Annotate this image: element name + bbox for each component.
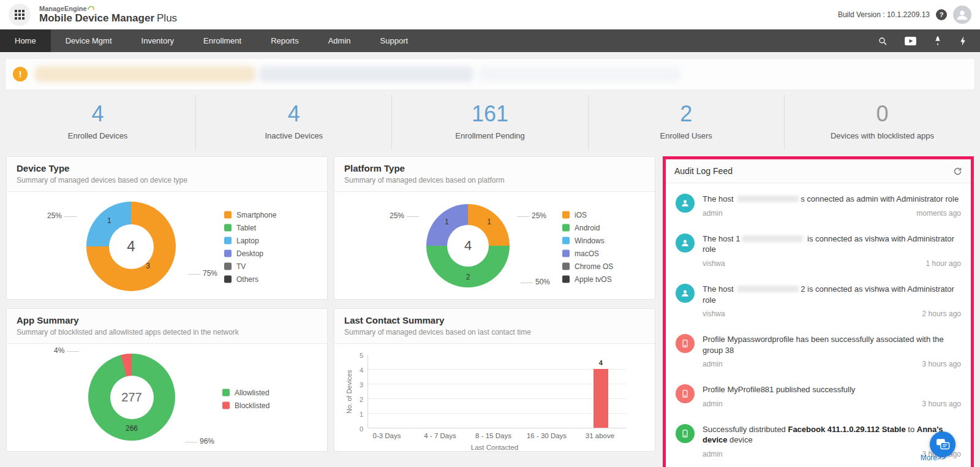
nav-item-home[interactable]: Home (0, 29, 51, 52)
stat-inactive-devices[interactable]: 4Inactive Devices (196, 95, 392, 150)
plot-area: 4 (368, 355, 627, 428)
redacted-text (742, 235, 803, 242)
card-title: Last Contact Summary (344, 315, 645, 325)
slice-value-label: 1 (445, 218, 449, 226)
audit-entry: Profile Mypasswordprofile has been succe… (676, 326, 961, 376)
redacted-alert-text (259, 66, 473, 82)
y-axis-ticks: 012345 (353, 355, 368, 428)
platform-type-legend: iOSAndroidWindowsmacOSChrome OSApple tvO… (562, 211, 613, 284)
card-title: App Summary (17, 315, 317, 325)
legend-color-box (562, 224, 570, 232)
device-type-legend: SmartphoneTabletLaptopDesktopTVOthers (224, 211, 276, 284)
percent-callout: 50% (521, 278, 550, 286)
card-subtitle: Summary of managed devices based on devi… (17, 176, 317, 184)
slice-value-label: 1 (107, 216, 111, 225)
bar-value-label: 4 (599, 359, 603, 366)
nav-item-admin[interactable]: Admin (314, 29, 366, 52)
main-content: Device Type Summary of managed devices b… (0, 156, 980, 467)
audit-user: admin (703, 400, 723, 408)
stat-value: 2 (589, 101, 784, 126)
card-body: 425%75%13 SmartphoneTabletLaptopDesktopT… (7, 192, 327, 302)
stat-devices-with-blocklisted-apps[interactable]: 0Devices with blocklisted apps (785, 95, 980, 150)
audit-log-feed-card: Audit Log Feed The host s connected as a… (663, 156, 974, 467)
legend-label: Blocklisted (235, 401, 270, 410)
audit-user: admin (703, 209, 723, 218)
audit-log-title: Audit Log Feed (674, 166, 733, 176)
slice-value-label: 266 (126, 424, 138, 433)
audit-message: Profile MyProfile881 published successfu… (703, 384, 961, 395)
widgets-grid: Device Type Summary of managed devices b… (6, 156, 655, 452)
redacted-text (737, 286, 799, 292)
user-icon (676, 194, 695, 213)
app-launcher-button[interactable] (9, 4, 31, 26)
brand-name: ManageEngine (39, 5, 177, 12)
bar-column (368, 355, 420, 428)
bar-column: 4 (575, 355, 627, 428)
legend-color-box (222, 389, 230, 397)
video-icon[interactable] (905, 37, 916, 45)
stat-enrolled-devices[interactable]: 4Enrolled Devices (0, 95, 196, 150)
legend-color-box (562, 211, 570, 219)
app-icon (676, 424, 695, 443)
profile-icon (676, 384, 695, 403)
audit-time: 2 hours ago (922, 309, 961, 318)
x-tick-label: 0-3 Days (360, 432, 413, 439)
card-subtitle: Summary of blocklisted and allowlisted a… (17, 328, 317, 336)
slice-value-label: 1 (487, 218, 491, 226)
legend-label: Chrome OS (575, 262, 613, 271)
stat-enrollment-pending[interactable]: 161Enrollment Pending (392, 95, 588, 150)
device-type-card: Device Type Summary of managed devices b… (6, 156, 328, 300)
bar-column (420, 355, 471, 428)
slice-value-label: 2 (466, 273, 470, 281)
nav-item-support[interactable]: Support (366, 29, 423, 52)
last-contact-bar-chart: No. of Devices01234540-3 Days4 - 7 Days8… (334, 344, 655, 451)
legend-color-box (562, 276, 570, 283)
audit-message: The host 1 is connected as vishwa with A… (703, 234, 961, 255)
top-bar: ManageEngine Mobile Device ManagerPlus B… (0, 0, 980, 29)
audit-entry: Profile MyProfile881 published successfu… (676, 376, 961, 416)
brand-swirl-icon (88, 5, 94, 11)
legend-label: TV (236, 262, 246, 271)
legend-color-box (224, 263, 232, 270)
profile-icon (676, 334, 695, 353)
stat-enrolled-users[interactable]: 2Enrolled Users (589, 95, 785, 150)
percent-callout: 25% (390, 211, 419, 220)
legend-item: Apple tvOS (562, 275, 613, 284)
nav-item-inventory[interactable]: Inventory (127, 29, 189, 52)
legend-color-box (562, 263, 570, 270)
help-icon[interactable]: ? (936, 9, 947, 20)
legend-label: Smartphone (236, 211, 276, 219)
user-icon (676, 234, 695, 252)
legend-item: Blocklisted (222, 401, 270, 410)
legend-item: Others (224, 275, 276, 284)
card-body: 425%25%50%112 iOSAndroidWindowsmacOSChro… (334, 192, 655, 302)
stat-label: Enrolled Devices (0, 131, 195, 140)
legend-item: Windows (562, 237, 613, 245)
nav-item-device-mgmt[interactable]: Device Mgmt (51, 29, 127, 52)
nav-item-reports[interactable]: Reports (256, 29, 314, 52)
nav-item-enrollment[interactable]: Enrollment (189, 29, 256, 52)
audit-message: Profile Mypasswordprofile has been succe… (703, 334, 961, 355)
device-type-donut-chart: 425%75%13 (86, 202, 176, 291)
rocket-icon[interactable] (933, 36, 942, 46)
avatar[interactable] (953, 6, 971, 24)
x-tick-label: 16 - 30 Days (520, 432, 573, 439)
audit-user: vishwa (703, 259, 725, 268)
x-tick-label: 8 - 15 Days (467, 432, 520, 439)
card-header: Last Contact Summary Summary of managed … (334, 309, 655, 344)
percent-callout: 25% (47, 211, 77, 220)
build-version: Build Version : 10.1.2209.13 (838, 10, 930, 19)
audit-time: moments ago (916, 209, 961, 218)
chat-button[interactable] (930, 431, 956, 457)
user-icon (676, 284, 695, 303)
refresh-icon[interactable] (953, 167, 962, 176)
legend-item: Chrome OS (562, 262, 613, 271)
last-contact-card: Last Contact Summary Summary of managed … (334, 308, 655, 452)
legend-label: Tablet (236, 224, 256, 232)
app-summary-donut-chart: 2774%96%266 (88, 354, 175, 441)
search-icon[interactable] (878, 36, 888, 46)
main-nav: HomeDevice MgmtInventoryEnrollmentReport… (0, 29, 980, 52)
flash-icon[interactable] (959, 36, 967, 46)
product-name: Mobile Device Manager (39, 12, 154, 24)
bar-column (523, 355, 575, 428)
